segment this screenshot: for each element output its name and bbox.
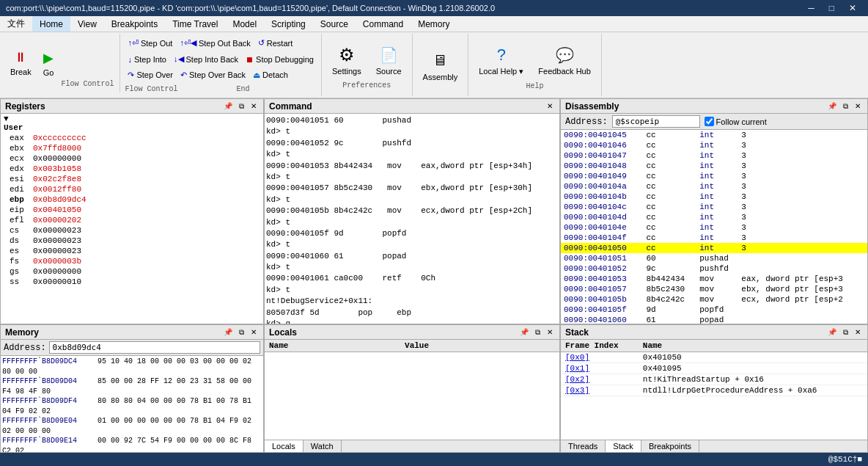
table-row[interactable]: 0090:00401049ccint3 bbox=[561, 171, 867, 181]
table-row[interactable]: 0090:0040104eccint3 bbox=[561, 222, 867, 233]
registers-close-button[interactable]: ✕ bbox=[249, 101, 259, 112]
step-into-button[interactable]: ↓ Step Into bbox=[125, 53, 169, 65]
table-row[interactable]: 0090:00401046ccint3 bbox=[561, 140, 867, 150]
memory-content[interactable]: FFFFFFFF`B8D09DC495 10 40 18 00 00 00 03… bbox=[1, 356, 263, 452]
disasm-float-button[interactable]: ⧉ bbox=[841, 101, 850, 112]
menu-view[interactable]: View bbox=[70, 16, 104, 32]
menu-scripting[interactable]: Scripting bbox=[264, 16, 313, 32]
restart-button[interactable]: ↺ Restart bbox=[255, 37, 295, 49]
disasm-close-button[interactable]: ✕ bbox=[853, 101, 863, 112]
locals-float-button[interactable]: ⧉ bbox=[533, 327, 542, 338]
table-row[interactable]: 0090:0040104fccint3 bbox=[561, 233, 867, 243]
stack-float-button[interactable]: ⧉ bbox=[841, 327, 850, 338]
table-row[interactable]: eax 0xccccccccc bbox=[1, 133, 263, 143]
table-row[interactable]: 0090:0040105f9dpopfd bbox=[561, 305, 867, 315]
menu-home[interactable]: Home bbox=[32, 16, 70, 32]
table-row[interactable]: esi 0x02c2f8e8 bbox=[1, 174, 263, 184]
assembly-button[interactable]: 🖥 Assembly bbox=[417, 46, 464, 84]
step-out-button[interactable]: ↑⏎ Step Out bbox=[125, 37, 175, 49]
menu-file[interactable]: 文件 bbox=[0, 16, 32, 32]
table-row[interactable]: 0090:004010538b442434moveax, dword ptr [… bbox=[561, 274, 867, 284]
table-row[interactable]: 0090:0040105160pushad bbox=[561, 253, 867, 263]
tab-stack[interactable]: Stack bbox=[606, 440, 641, 452]
stack-link-1[interactable]: [0x1] bbox=[565, 364, 589, 373]
stack-link-0[interactable]: [0x0] bbox=[565, 353, 589, 362]
table-row[interactable]: 0090:0040105b8b4c242cmovecx, dword ptr [… bbox=[561, 294, 867, 305]
memory-float-button[interactable]: ⧉ bbox=[237, 327, 246, 338]
registers-pin-button[interactable]: 📌 bbox=[221, 101, 235, 112]
table-row[interactable]: 0090:0040106061popad bbox=[561, 315, 867, 324]
local-help-button[interactable]: ? Local Help ▾ bbox=[473, 40, 529, 79]
table-row[interactable]: 0090:0040104bccint3 bbox=[561, 192, 867, 202]
table-row[interactable]: 0090:00401048ccint3 bbox=[561, 161, 867, 171]
stop-debug-button[interactable]: ⏹ Stop Debugging bbox=[243, 53, 317, 65]
disasm-pin-button[interactable]: 📌 bbox=[825, 101, 839, 112]
table-row[interactable]: edx 0x003b1058 bbox=[1, 164, 263, 174]
menu-breakpoints[interactable]: Breakpoints bbox=[104, 16, 165, 32]
table-row[interactable]: [0x2] nt!KiThreadStartup + 0x16 bbox=[561, 374, 867, 385]
table-row[interactable]: 0090:00401045ccint3 bbox=[561, 130, 867, 140]
table-row[interactable]: 0090:004010578b5c2430movebx, dword ptr [… bbox=[561, 284, 867, 294]
table-row[interactable]: 0090:00401047ccint3 bbox=[561, 150, 867, 161]
detach-button[interactable]: ⏏ Detach bbox=[250, 69, 291, 81]
table-row[interactable]: [0x3] ntdll!LdrpGetProcedureAddress + 0x… bbox=[561, 385, 867, 396]
table-row[interactable]: [0x0] 0x401050 bbox=[561, 352, 867, 363]
maximize-button[interactable]: □ bbox=[823, 1, 840, 15]
command-close-button[interactable]: ✕ bbox=[545, 101, 555, 111]
table-row[interactable]: ebx 0x7ffd8000 bbox=[1, 143, 263, 153]
table-row[interactable]: ss 0x00000010 bbox=[1, 277, 263, 287]
menu-memory[interactable]: Memory bbox=[411, 16, 457, 32]
table-row[interactable]: [0x1] 0x401095 bbox=[561, 363, 867, 374]
feedback-hub-button[interactable]: 💬 Feedback Hub bbox=[532, 40, 597, 79]
close-button[interactable]: ✕ bbox=[843, 1, 862, 15]
table-row[interactable]: gs 0x00000000 bbox=[1, 266, 263, 277]
memory-pin-button[interactable]: 📌 bbox=[221, 327, 235, 338]
tab-watch[interactable]: Watch bbox=[304, 440, 342, 452]
table-row[interactable]: cs 0x00000023 bbox=[1, 225, 263, 236]
stack-content: Frame Index Name [0x0] 0x401050 [0x1] 0x… bbox=[561, 340, 867, 440]
stack-link-2[interactable]: [0x2] bbox=[565, 375, 589, 384]
follow-current-checkbox[interactable] bbox=[705, 117, 714, 126]
minimize-button[interactable]: ─ bbox=[802, 1, 820, 15]
menu-timetravel[interactable]: Time Travel bbox=[165, 16, 225, 32]
table-row[interactable]: efl 0x00000202 bbox=[1, 215, 263, 225]
table-row[interactable]: 0090:0040104accint3 bbox=[561, 181, 867, 192]
step-into-back-button[interactable]: ↓◀ Step Into Back bbox=[171, 53, 241, 65]
memory-address-input[interactable] bbox=[49, 341, 260, 354]
tab-threads[interactable]: Threads bbox=[561, 440, 606, 452]
table-row[interactable]: 0090:0040104cccint3 bbox=[561, 202, 867, 212]
table-row[interactable]: ds 0x00000023 bbox=[1, 236, 263, 246]
table-row[interactable]: fs 0x0000003b bbox=[1, 256, 263, 266]
memory-close-button[interactable]: ✕ bbox=[249, 327, 259, 338]
registers-float-button[interactable]: ⧉ bbox=[237, 101, 246, 112]
stack-link-3[interactable]: [0x3] bbox=[565, 386, 589, 395]
command-content[interactable]: 0090:00401051 60 pushad kd> t 0090:00401… bbox=[265, 114, 559, 324]
tab-breakpoints[interactable]: Breakpoints bbox=[641, 440, 699, 452]
table-row[interactable]: eip 0x00401050 bbox=[1, 205, 263, 215]
address-input[interactable] bbox=[612, 115, 700, 128]
locals-close-button[interactable]: ✕ bbox=[545, 327, 555, 338]
go-button[interactable]: ▶ Go bbox=[39, 48, 59, 79]
break-button[interactable]: ⏸ Break bbox=[6, 48, 36, 78]
disassembly-content[interactable]: 0090:00401045ccint3 0090:00401046ccint3 … bbox=[561, 130, 867, 324]
step-over-button[interactable]: ↷ Step Over bbox=[125, 69, 176, 81]
menu-command[interactable]: Command bbox=[356, 16, 411, 32]
step-over-back-button[interactable]: ↶ Step Over Back bbox=[177, 69, 249, 81]
table-row[interactable]: 0090:0040104dccint3 bbox=[561, 212, 867, 222]
settings-button[interactable]: ⚙ Settings bbox=[326, 40, 367, 79]
stack-pin-button[interactable]: 📌 bbox=[825, 327, 839, 338]
source-button[interactable]: 📄 Source bbox=[370, 40, 408, 79]
follow-current-label[interactable]: Follow current bbox=[705, 117, 767, 126]
table-row[interactable]: ecx 0x00000000 bbox=[1, 153, 263, 164]
table-row[interactable]: edi 0x0012ff80 bbox=[1, 184, 263, 194]
step-out-back-button[interactable]: ↑⏎◀ Step Out Back bbox=[177, 37, 253, 49]
tab-locals[interactable]: Locals bbox=[265, 440, 304, 452]
table-row[interactable]: 0090:00401050ccint3 bbox=[561, 243, 867, 253]
table-row[interactable]: es 0x00000023 bbox=[1, 246, 263, 256]
menu-model[interactable]: Model bbox=[225, 16, 264, 32]
table-row[interactable]: ebp 0x0b8d09dc4 bbox=[1, 194, 263, 205]
table-row[interactable]: 0090:004010529cpushfd bbox=[561, 263, 867, 274]
stack-close-button[interactable]: ✕ bbox=[853, 327, 863, 338]
menu-source[interactable]: Source bbox=[313, 16, 356, 32]
locals-pin-button[interactable]: 📌 bbox=[518, 327, 531, 338]
